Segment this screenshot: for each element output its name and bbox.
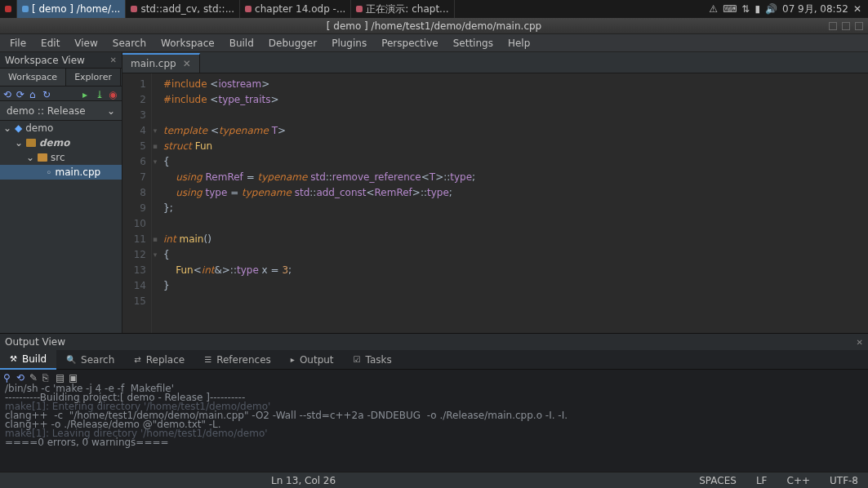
- output-toolbar: ⚲ ⟲ ✎ ⎘ ▤ ▣: [0, 370, 868, 383]
- workspace-pane-close-icon[interactable]: ✕: [110, 55, 117, 64]
- tree-folder-label: src: [51, 152, 65, 163]
- output-tab-output[interactable]: ▸Output: [281, 351, 344, 369]
- workspace-tab-explorer[interactable]: Explorer: [66, 69, 121, 86]
- status-encoding[interactable]: UTF-8: [830, 475, 858, 486]
- debug-icon[interactable]: ⤓: [96, 89, 105, 99]
- editor-tab-main[interactable]: main.cpp ✕: [122, 53, 200, 73]
- keyboard-icon[interactable]: ⌨: [723, 3, 737, 15]
- fold-gutter: ▾▪▾▪▾: [152, 73, 158, 333]
- output-tab-references[interactable]: ☰References: [194, 351, 281, 369]
- window-title: [ demo ] /home/test1/demo/demo/main.cpp: [327, 20, 541, 32]
- app-icon: [356, 6, 363, 12]
- search-icon: 🔍: [66, 355, 76, 364]
- build-config-label: demo :: Release: [7, 105, 86, 117]
- menu-debugger[interactable]: Debugger: [262, 36, 323, 51]
- tree-workspace-label: demo: [25, 122, 53, 134]
- output-tab-label: Search: [81, 354, 114, 366]
- system-tray: ⚠ ⌨ ⇅ ▮ 🔊 07 9月, 08:52 ✕: [702, 2, 868, 16]
- menu-edit[interactable]: Edit: [34, 36, 66, 51]
- output-pane-close-icon[interactable]: ✕: [857, 338, 863, 347]
- tree-file-node[interactable]: ∘ main.cpp: [0, 165, 122, 180]
- output-scroll-icon[interactable]: ⟲: [16, 372, 24, 380]
- status-indent[interactable]: SPACES: [699, 475, 737, 486]
- output-line: ====0 errors, 0 warnings====: [5, 438, 863, 447]
- build-icon: ⚒: [10, 354, 17, 363]
- taskbar-app[interactable]: std::add_cv, std::...: [126, 0, 240, 18]
- tree-twisty-icon[interactable]: ⌄: [26, 152, 34, 163]
- output-paste-icon[interactable]: ▤: [56, 372, 64, 380]
- window-maximize-button[interactable]: [842, 22, 850, 30]
- battery-icon[interactable]: ▮: [754, 3, 760, 15]
- taskbar-menu-icon[interactable]: [0, 0, 17, 18]
- taskbar-app-label: 正在演示: chapt...: [366, 2, 448, 16]
- system-taskbar: [ demo ] /home/...std::add_cv, std::...c…: [0, 0, 868, 18]
- output-tab-label: References: [216, 354, 271, 366]
- menu-settings[interactable]: Settings: [447, 36, 500, 51]
- output-tab-tasks[interactable]: ☑Tasks: [344, 351, 402, 369]
- menu-search[interactable]: Search: [106, 36, 153, 51]
- menu-plugins[interactable]: Plugins: [325, 36, 373, 51]
- build-config-selector[interactable]: demo :: Release ⌄: [0, 101, 122, 121]
- menu-build[interactable]: Build: [223, 36, 260, 51]
- folder-icon: [38, 153, 47, 162]
- workspace-icon: ◆: [15, 122, 22, 134]
- tree-folder-node[interactable]: ⌄ src: [0, 150, 122, 165]
- output-tab-build[interactable]: ⚒Build: [0, 350, 56, 370]
- nav-icon[interactable]: ⟳: [16, 89, 26, 99]
- tray-close-icon[interactable]: ✕: [853, 3, 861, 15]
- project-icon: [26, 139, 36, 147]
- menu-perspective[interactable]: Perspective: [375, 36, 445, 51]
- clock[interactable]: 07 9月, 08:52: [782, 2, 848, 16]
- menu-workspace[interactable]: Workspace: [154, 36, 221, 51]
- output-pin-icon[interactable]: ⚲: [3, 372, 11, 380]
- menu-view[interactable]: View: [68, 36, 104, 51]
- home-icon[interactable]: ⌂: [29, 89, 39, 99]
- refresh-icon[interactable]: ↻: [42, 89, 52, 99]
- code-content[interactable]: #include <iostream>#include <type_traits…: [158, 73, 868, 333]
- taskbar-app[interactable]: chapter 14.odp -...: [240, 0, 351, 18]
- workspace-tab-workspace[interactable]: Workspace: [0, 69, 66, 86]
- editor-tab-close-icon[interactable]: ✕: [183, 58, 191, 69]
- tree-project-node[interactable]: ⌄ demo: [0, 135, 122, 150]
- output-tab-search[interactable]: 🔍Search: [56, 351, 124, 369]
- tree-twisty-icon[interactable]: ⌄: [15, 137, 23, 149]
- run-icon[interactable]: ▸: [82, 89, 92, 99]
- taskbar-app[interactable]: 正在演示: chapt...: [351, 0, 454, 18]
- output-copy-icon[interactable]: ⎘: [42, 372, 51, 380]
- code-editor[interactable]: 123456789101112131415 ▾▪▾▪▾ #include <io…: [122, 73, 868, 333]
- link-icon[interactable]: ⟲: [3, 89, 13, 99]
- taskbar-app[interactable]: [ demo ] /home/...: [17, 0, 126, 18]
- menu-help[interactable]: Help: [501, 36, 536, 51]
- status-eol[interactable]: LF: [756, 475, 768, 486]
- status-language[interactable]: C++: [787, 475, 811, 486]
- file-icon: ∘: [46, 166, 52, 178]
- editor-tab-label: main.cpp: [131, 58, 176, 69]
- output-tabs: ⚒Build🔍Search⇄Replace☰References▸Output☑…: [0, 350, 868, 370]
- output-tab-label: Build: [22, 353, 47, 365]
- taskbar-app-label: [ demo ] /home/...: [32, 3, 120, 15]
- network-icon[interactable]: ⇅: [741, 3, 750, 15]
- output-content[interactable]: /bin/sh -c 'make -j 4 -e -f Makefile'---…: [0, 383, 868, 472]
- notification-icon[interactable]: ⚠: [709, 3, 718, 15]
- window-minimize-button[interactable]: [829, 22, 837, 30]
- references-icon: ☰: [204, 355, 211, 364]
- output-clear-icon[interactable]: ✎: [29, 372, 38, 380]
- app-icon: [22, 6, 29, 12]
- editor-area: main.cpp ✕ 123456789101112131415 ▾▪▾▪▾ #…: [122, 52, 868, 333]
- workspace-tabs: WorkspaceExplorer: [0, 69, 122, 87]
- volume-icon[interactable]: 🔊: [765, 3, 777, 15]
- workspace-tree: ⌄ ◆ demo ⌄ demo ⌄ src ∘ main.cpp: [0, 121, 122, 333]
- output-tab-replace[interactable]: ⇄Replace: [124, 351, 194, 369]
- menu-file[interactable]: File: [3, 36, 33, 51]
- status-cursor-position[interactable]: Ln 13, Col 26: [271, 475, 336, 486]
- tree-file-label: main.cpp: [56, 166, 101, 178]
- stop-icon[interactable]: ◉: [109, 89, 118, 99]
- taskbar-app-label: std::add_cv, std::...: [140, 3, 234, 15]
- output-pane-title: Output View: [5, 336, 65, 348]
- output-tab-label: Replace: [146, 354, 185, 366]
- workspace-pane-title: Workspace View: [5, 55, 85, 66]
- output-save-icon[interactable]: ▣: [69, 372, 77, 380]
- tree-twisty-icon[interactable]: ⌄: [3, 122, 11, 134]
- window-close-button[interactable]: [855, 22, 863, 30]
- tree-workspace-node[interactable]: ⌄ ◆ demo: [0, 121, 122, 135]
